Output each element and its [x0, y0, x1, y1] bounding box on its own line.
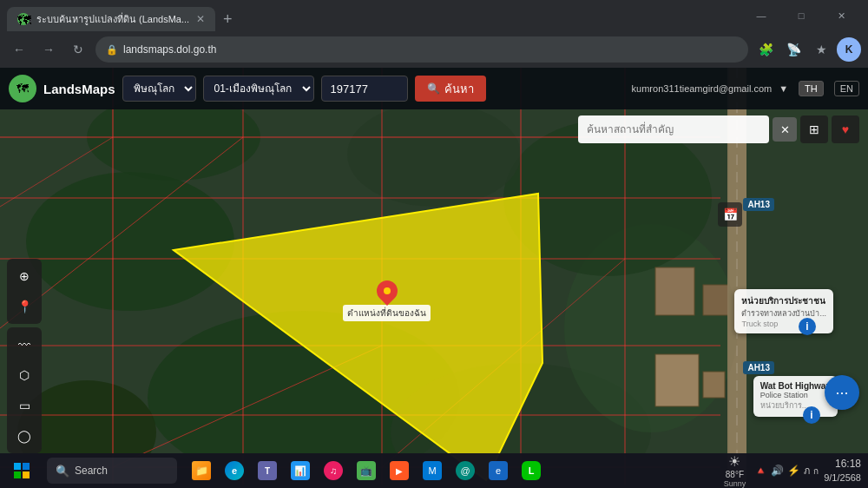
taskbar-teams[interactable]: T — [252, 455, 283, 486]
taskbar-file-explorer[interactable]: 📁 — [186, 455, 217, 486]
browser-toolbar-icons: 🧩 📡 ★ K — [753, 37, 861, 62]
sys-tray-icons: 🔺 🔊 ⚡ ภ ก — [754, 463, 819, 478]
cast-icon[interactable]: 📡 — [781, 37, 806, 62]
station-search-clear-button[interactable]: ✕ — [773, 117, 797, 142]
province-select[interactable]: พิษณุโลก — [122, 76, 196, 102]
toolbar-group-1: ⊕ 📍 — [7, 259, 42, 324]
teams-icon: T — [258, 461, 277, 480]
taskbar-app-6[interactable]: 📺 — [351, 455, 382, 486]
taskbar-app-4[interactable]: 📊 — [285, 455, 316, 486]
tool-circle[interactable]: ◯ — [10, 422, 38, 450]
tab-title: ระบบค้นหารูปแปลงที่ดิน (LandsMa... — [36, 11, 189, 27]
back-button[interactable]: ← — [7, 37, 31, 62]
address-bar-row: ← → ↻ 🔒 landsmaps.dol.go.th 🧩 📡 ★ K — [0, 31, 868, 68]
lang-en-button[interactable]: EN — [834, 81, 859, 96]
ime-icon[interactable]: ก — [813, 465, 819, 478]
user-dropdown-icon[interactable]: ▼ — [779, 83, 788, 94]
district-select[interactable]: 01-เมืองพิษณุโลก — [203, 76, 314, 102]
tab-bar: 🗺 ระบบค้นหารูปแปลงที่ดิน (LandsMa... ✕ +… — [0, 0, 868, 31]
profile-button[interactable]: K — [837, 37, 861, 62]
app-area: 🗺 LandsMaps พิษณุโลก 01-เมืองพิษณุโลก 🔍 … — [0, 68, 868, 488]
app-10-icon: e — [489, 461, 508, 480]
poi-2-tag: หน่วยบริการ... — [760, 399, 831, 412]
weather-widget[interactable]: ☀ 88°F Sunny — [724, 453, 746, 488]
user-email: kumron311tieamgird@gmail.com — [632, 83, 773, 94]
search-icon: 🔍 — [427, 82, 440, 95]
maximize-button[interactable]: □ — [781, 0, 821, 31]
tool-zoom-in[interactable]: ⊕ — [10, 262, 38, 290]
active-tab[interactable]: 🗺 ระบบค้นหารูปแปลงที่ดิน (LandsMa... ✕ — [7, 7, 215, 31]
favorites-map-button[interactable]: ♥ — [832, 115, 859, 143]
time-display: 16:18 — [824, 457, 861, 472]
new-tab-button[interactable]: + — [215, 7, 240, 31]
minimize-button[interactable]: — — [741, 0, 781, 31]
battery-icon[interactable]: ⚡ — [787, 465, 800, 477]
taskbar-search-box[interactable]: 🔍 Search — [47, 458, 177, 484]
tab-close-button[interactable]: ✕ — [196, 13, 205, 25]
station-search-input[interactable] — [578, 115, 769, 143]
tool-rectangle[interactable]: ▭ — [10, 392, 38, 419]
edge-icon: e — [225, 461, 244, 480]
app-9-icon: @ — [456, 461, 475, 480]
road-label-2: AH13 — [743, 361, 774, 374]
taskbar-edge[interactable]: e — [219, 455, 250, 486]
taskbar-search-text: Search — [75, 465, 108, 477]
fab-more-button[interactable]: ··· — [825, 375, 859, 410]
tool-location[interactable]: 📍 — [10, 293, 38, 320]
app-header: 🗺 LandsMaps พิษณุโลก 01-เมืองพิษณุโลก 🔍 … — [0, 68, 868, 109]
poi-1-title: หน่วยบริการประชาชน — [741, 294, 826, 307]
file-explorer-icon: 📁 — [192, 461, 211, 480]
poi-1-sub: ตำรวจทางหลวงบ้านป่า... — [741, 307, 826, 320]
taskbar-app-8[interactable]: M — [417, 455, 448, 486]
lang-th-button[interactable]: TH — [799, 81, 824, 96]
station-search-area: ✕ ⊞ ♥ — [578, 115, 859, 143]
svg-rect-27 — [703, 285, 729, 315]
app-4-icon: 📊 — [291, 461, 310, 480]
parcel-number-input[interactable] — [321, 76, 408, 102]
svg-rect-26 — [655, 267, 694, 315]
road-label-1: AH13 — [743, 198, 774, 211]
url-text: landsmaps.dol.go.th — [123, 43, 216, 56]
taskbar-app-line[interactable]: L — [516, 455, 547, 486]
favorites-icon[interactable]: ★ — [809, 37, 833, 62]
network-icon[interactable]: 🔺 — [754, 465, 767, 477]
forward-button[interactable]: → — [36, 37, 61, 62]
info-icon-2[interactable]: i — [803, 406, 820, 424]
keyboard-layout-icon[interactable]: ภ — [804, 463, 810, 478]
poi-2-title: Wat Bot Highway — [760, 381, 831, 391]
taskbar-app-10[interactable]: e — [483, 455, 514, 486]
pin-head — [372, 276, 402, 306]
extensions-icon[interactable]: 🧩 — [753, 37, 778, 62]
svg-point-3 — [26, 172, 234, 311]
app-logo: 🗺 — [9, 75, 36, 102]
address-bar[interactable]: 🔒 landsmaps.dol.go.th — [95, 36, 748, 63]
poi-label-1[interactable]: หน่วยบริการประชาชน ตำรวจทางหลวงบ้านป่า..… — [734, 289, 833, 333]
volume-icon[interactable]: 🔊 — [771, 465, 784, 477]
clock-widget[interactable]: 16:18 9/1/2568 — [824, 457, 861, 485]
tool-line[interactable]: 〰 — [10, 331, 38, 359]
app-5-icon: ♫ — [324, 461, 343, 480]
map-layers-button[interactable]: ⊞ — [800, 115, 828, 143]
svg-rect-29 — [703, 372, 725, 398]
pin-label: ตำแหน่งที่ดินของฉัน — [343, 305, 431, 321]
search-button[interactable]: 🔍 ค้นหา — [415, 76, 486, 102]
tab-favicon: 🗺 — [17, 13, 30, 25]
tool-polygon[interactable]: ⬡ — [10, 361, 38, 389]
app-8-icon: M — [423, 461, 442, 480]
close-button[interactable]: ✕ — [821, 0, 861, 31]
svg-point-9 — [347, 102, 521, 207]
taskbar-search-icon: 🔍 — [56, 465, 69, 478]
reload-button[interactable]: ↻ — [66, 37, 90, 62]
taskbar-app-7[interactable]: ▶ — [384, 455, 415, 486]
calendar-icon[interactable]: 📅 — [718, 202, 742, 227]
lock-icon: 🔒 — [106, 44, 118, 56]
map-pin[interactable]: ตำแหน่งที่ดินของฉัน — [343, 280, 431, 321]
taskbar-apps: 📁 e T 📊 ♫ 📺 ▶ M — [186, 455, 547, 486]
toolbar-group-2: 〰 ⬡ ▭ ◯ — [7, 327, 42, 453]
taskbar-app-9[interactable]: @ — [450, 455, 481, 486]
start-button[interactable] — [0, 453, 43, 488]
app-7-icon: ▶ — [390, 461, 409, 480]
app-6-icon: 📺 — [357, 461, 376, 480]
info-icon-1[interactable]: i — [799, 318, 816, 335]
taskbar-app-5[interactable]: ♫ — [318, 455, 349, 486]
